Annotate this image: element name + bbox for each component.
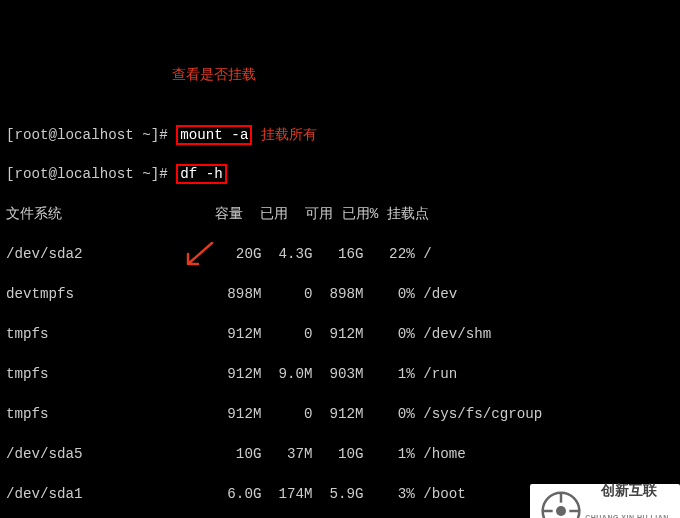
logo-text: 创新互联 CHUANG XIN HU LIAN — [585, 469, 669, 518]
line-mount: [root@localhost ~]# mount -a 挂载所有 — [6, 124, 674, 144]
df-row: devtmpfs 898M 0 898M 0% /dev — [6, 284, 674, 304]
cmd-df[interactable]: df -h — [176, 164, 227, 184]
svg-point-1 — [556, 506, 566, 516]
df-row: /dev/sda5 10G 37M 10G 1% /home — [6, 444, 674, 464]
df-row: tmpfs 912M 0 912M 0% /sys/fs/cgroup — [6, 404, 674, 424]
watermark-logo: 创新互联 CHUANG XIN HU LIAN — [530, 484, 680, 518]
anno-df-check: 查看是否挂载 — [172, 64, 256, 84]
df-row: tmpfs 912M 9.0M 903M 1% /run — [6, 364, 674, 384]
df-header: 文件系统 容量 已用 可用 已用% 挂载点 查看是否挂载 — [6, 204, 674, 224]
prompt: [root@localhost ~]# — [6, 127, 176, 143]
cmd-mount[interactable]: mount -a — [176, 125, 252, 145]
anno-mount: 挂载所有 — [261, 126, 317, 142]
logo-main: 创新互联 — [601, 482, 657, 498]
line-df: [root@localhost ~]# df -h — [6, 164, 674, 184]
df-row: tmpfs 912M 0 912M 0% /dev/shm — [6, 324, 674, 344]
logo-sub: CHUANG XIN HU LIAN — [585, 511, 669, 518]
logo-icon — [541, 491, 581, 518]
prompt: [root@localhost ~]# — [6, 166, 176, 182]
df-row: /dev/sda2 20G 4.3G 16G 22% / — [6, 244, 674, 264]
